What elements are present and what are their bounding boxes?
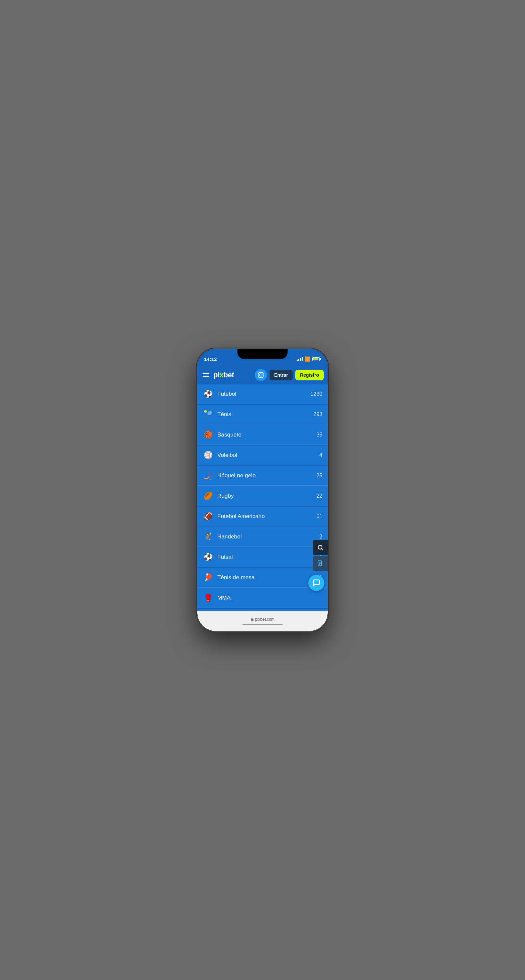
- sport-count: 25: [316, 473, 322, 479]
- sport-emoji: 🏒: [203, 471, 213, 480]
- lock-icon: [251, 617, 254, 621]
- signal-bars-icon: [297, 357, 303, 361]
- sports-list: ⚽Futebol1230🎾Tênis293🏀Basquete35🏐Voleibo…: [197, 384, 328, 630]
- sport-item[interactable]: 🤾Handebol2: [197, 527, 328, 547]
- search-icon: [317, 544, 324, 551]
- logo: pixbet: [213, 371, 252, 379]
- sport-item[interactable]: 🏉Rugby22: [197, 486, 328, 506]
- sport-emoji: 🏈: [203, 512, 213, 521]
- sport-item[interactable]: 🏓Tênis de mesa1: [197, 568, 328, 588]
- sport-item[interactable]: 🏐Voleibol4: [197, 445, 328, 465]
- entrar-button[interactable]: Entrar: [270, 370, 293, 380]
- status-icons: 📶 ⚡: [297, 356, 321, 362]
- sport-count: 1230: [310, 391, 322, 397]
- sport-emoji: 🎾: [203, 410, 213, 419]
- sport-emoji: 🤾: [203, 533, 213, 541]
- url-text: pixbet.com: [251, 617, 274, 622]
- status-time: 14:12: [204, 356, 217, 362]
- sport-item[interactable]: ⚽Futsal1: [197, 547, 328, 567]
- home-indicator: [243, 624, 282, 625]
- search-float-button[interactable]: [313, 540, 328, 555]
- sport-emoji: 🏉: [203, 492, 213, 500]
- chat-button[interactable]: [308, 575, 324, 591]
- instagram-icon: [258, 372, 264, 378]
- sport-name: Basquete: [217, 431, 316, 438]
- svg-point-2: [262, 373, 263, 374]
- sport-emoji: 🏀: [203, 431, 213, 439]
- sport-item[interactable]: 🏒Hóquei no gelo25: [197, 466, 328, 486]
- sport-emoji: 🏐: [203, 451, 213, 460]
- sport-count: 293: [313, 412, 322, 417]
- svg-rect-0: [258, 373, 263, 378]
- sport-count: 2: [319, 534, 322, 540]
- battery-icon: ⚡: [312, 357, 321, 361]
- sport-count: 22: [316, 493, 322, 499]
- sport-item[interactable]: 🎾Tênis293: [197, 405, 328, 425]
- chat-icon: [312, 579, 320, 587]
- sport-emoji: 🥊: [203, 593, 213, 602]
- phone-screen: 14:12 📶 ⚡: [197, 349, 328, 631]
- svg-point-3: [318, 545, 322, 549]
- sport-name: Voleibol: [217, 452, 319, 458]
- url-bar: pixbet.com: [197, 611, 328, 631]
- app-header: pixbet Entrar Registro: [197, 366, 328, 384]
- sport-count: 4: [319, 452, 322, 458]
- svg-point-1: [260, 374, 262, 376]
- sport-name: Rugby: [217, 493, 316, 500]
- floating-buttons: [313, 540, 328, 571]
- document-icon: [317, 560, 324, 567]
- sport-name: Futsal: [217, 554, 319, 560]
- sport-name: Futebol Americano: [217, 513, 316, 520]
- sport-emoji: ⚽: [203, 553, 213, 562]
- sport-emoji: ⚽: [203, 390, 213, 398]
- sport-name: Futebol: [217, 391, 310, 398]
- wifi-icon: 📶: [305, 356, 310, 362]
- document-float-button[interactable]: [313, 556, 328, 571]
- svg-rect-9: [251, 619, 254, 621]
- logo-text: pixbet: [213, 371, 234, 379]
- sport-count: 35: [316, 432, 322, 438]
- sport-item[interactable]: 🥊MMA: [197, 588, 328, 608]
- sport-name: Hóquei no gelo: [217, 472, 316, 479]
- instagram-button[interactable]: [255, 369, 267, 381]
- notch: [238, 349, 287, 359]
- sport-name: MMA: [217, 595, 322, 601]
- sport-item[interactable]: 🏈Futebol Americano51: [197, 507, 328, 527]
- url-domain: pixbet.com: [255, 617, 274, 622]
- registro-button[interactable]: Registro: [295, 370, 324, 380]
- hamburger-menu[interactable]: [201, 372, 211, 379]
- screen-inner: 14:12 📶 ⚡: [197, 349, 328, 631]
- sport-name: Tênis de mesa: [217, 574, 319, 581]
- sport-item[interactable]: 🏀Basquete35: [197, 425, 328, 445]
- sport-name: Handebol: [217, 533, 319, 540]
- sport-emoji: 🏓: [203, 573, 213, 582]
- sport-item[interactable]: ⚽Futebol1230: [197, 384, 328, 404]
- phone-frame: 14:12 📶 ⚡: [197, 349, 328, 631]
- sport-count: 51: [316, 514, 322, 519]
- svg-line-4: [322, 549, 323, 550]
- sport-name: Tênis: [217, 411, 313, 418]
